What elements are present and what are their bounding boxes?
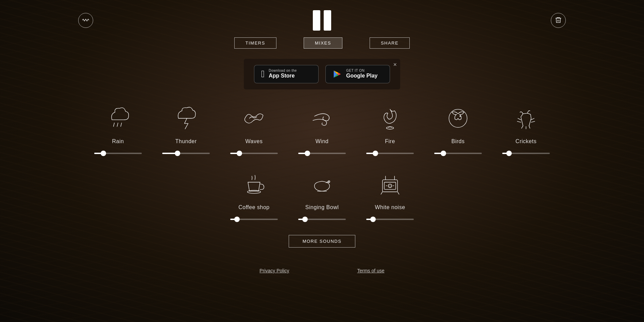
rain-icon[interactable] (103, 103, 133, 134)
singing-bowl-label: Singing Bowl (305, 204, 339, 210)
birds-icon[interactable] (443, 103, 473, 134)
white-noise-slider[interactable] (366, 219, 414, 220)
white-noise-label: White noise (375, 204, 405, 210)
birds-slider[interactable] (434, 153, 482, 154)
mixes-button[interactable]: MIXES (304, 37, 342, 49)
waveform-button[interactable] (78, 13, 93, 28)
svg-line-2 (121, 123, 122, 126)
sound-item-birds: Birds (424, 103, 492, 155)
app-store-button[interactable]:  Download on the App Store (254, 65, 319, 83)
wind-label: Wind (316, 138, 328, 145)
sounds-grid-row2: Coffee shop Singing Bowl (220, 169, 424, 221)
singing-bowl-slider-container (298, 215, 346, 221)
waves-label: Waves (245, 138, 263, 145)
svg-point-3 (386, 127, 393, 129)
coffee-shop-icon[interactable] (239, 169, 269, 200)
crickets-slider-container (502, 149, 550, 155)
singing-bowl-icon[interactable] (307, 169, 337, 200)
waveform-icon (82, 16, 89, 25)
thunder-slider[interactable] (162, 153, 210, 154)
waves-slider-container (230, 149, 278, 155)
svg-point-11 (388, 184, 392, 188)
wind-icon[interactable] (307, 103, 337, 134)
singing-bowl-slider[interactable] (298, 219, 346, 220)
pause-button[interactable] (313, 10, 331, 31)
crickets-slider[interactable] (502, 153, 550, 154)
more-sounds-button[interactable]: MORE SOUNDS (289, 235, 356, 248)
google-play-icon (333, 69, 342, 79)
waves-icon[interactable] (239, 103, 269, 134)
white-noise-slider-container (366, 215, 414, 221)
sound-item-wind: Wind (288, 103, 356, 155)
fire-label: Fire (385, 138, 395, 145)
coffee-shop-slider[interactable] (230, 219, 278, 220)
wind-slider[interactable] (298, 153, 346, 154)
app-store-big-text: App Store (269, 72, 297, 80)
fire-slider[interactable] (366, 153, 414, 154)
white-noise-icon[interactable] (375, 169, 405, 200)
birds-slider-container (434, 149, 482, 155)
svg-point-8 (328, 181, 330, 182)
sound-item-coffee-shop: Coffee shop (220, 169, 288, 221)
sound-item-rain: Rain (84, 103, 152, 155)
rain-slider-container (94, 149, 142, 155)
app-banner:  Download on the App Store GET IT ON Go… (244, 59, 400, 89)
trash-icon (555, 16, 562, 25)
apple-icon:  (261, 69, 265, 80)
waves-slider[interactable] (230, 153, 278, 154)
google-play-small-text: GET IT ON (346, 69, 377, 72)
close-banner-button[interactable]: × (393, 62, 397, 68)
trash-button[interactable] (551, 13, 566, 28)
privacy-policy-link[interactable]: Privacy Policy (259, 268, 289, 273)
app-store-small-text: Download on the (269, 69, 297, 72)
sound-item-waves: Waves (220, 103, 288, 155)
crickets-icon[interactable] (511, 103, 541, 134)
svg-line-0 (114, 123, 115, 126)
sound-item-singing-bowl: Singing Bowl (288, 169, 356, 221)
sound-item-fire: Fire (356, 103, 424, 155)
svg-point-5 (459, 116, 461, 117)
page-wrapper: TIMERS MIXES SHARE  Download on the App… (0, 0, 644, 287)
sounds-grid-row1: Rain Thunder (84, 103, 560, 155)
wind-slider-container (298, 149, 346, 155)
fire-icon[interactable] (375, 103, 405, 134)
thunder-slider-container (162, 149, 210, 155)
thunder-label: Thunder (175, 138, 197, 145)
sound-item-thunder: Thunder (152, 103, 220, 155)
coffee-shop-slider-container (230, 215, 278, 221)
svg-line-1 (117, 123, 118, 126)
share-button[interactable]: SHARE (370, 37, 410, 49)
birds-label: Birds (452, 138, 465, 145)
thunder-icon[interactable] (171, 103, 201, 134)
svg-point-6 (247, 190, 260, 193)
pause-bar-left (313, 10, 320, 31)
top-bar (0, 10, 644, 31)
timers-button[interactable]: TIMERS (234, 37, 276, 49)
sound-item-crickets: Crickets (492, 103, 560, 155)
sound-item-white-noise: White noise (356, 169, 424, 221)
rain-slider[interactable] (94, 153, 142, 154)
footer: Privacy Policy Terms of use (259, 268, 384, 273)
google-play-button[interactable]: GET IT ON Google Play (325, 65, 390, 83)
fire-slider-container (366, 149, 414, 155)
pause-bar-right (324, 10, 331, 31)
terms-of-use-link[interactable]: Terms of use (357, 268, 385, 273)
rain-label: Rain (112, 138, 124, 145)
crickets-label: Crickets (515, 138, 537, 145)
google-play-big-text: Google Play (346, 72, 377, 80)
coffee-shop-label: Coffee shop (238, 204, 270, 210)
nav-buttons: TIMERS MIXES SHARE (234, 37, 410, 49)
